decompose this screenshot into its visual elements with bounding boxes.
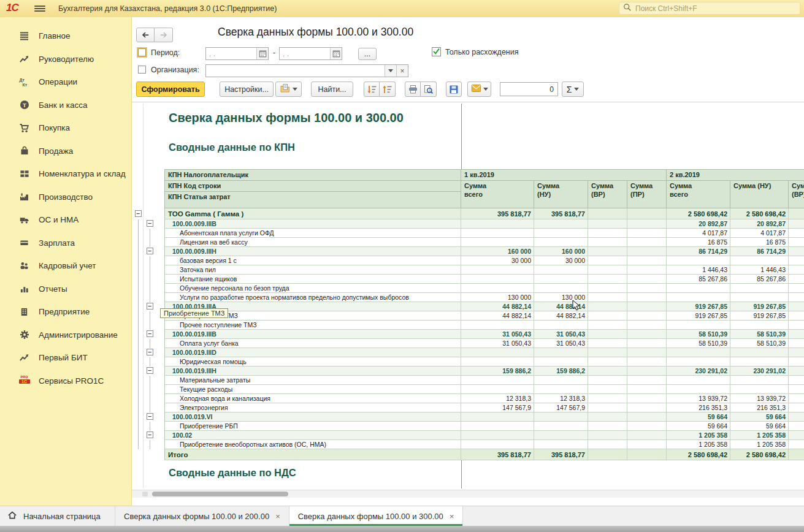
header-measure-4: Сумма (ПР) xyxy=(627,181,667,208)
home-tab[interactable]: Начальная страница xyxy=(0,506,115,526)
table-row[interactable]: Оплата услуг банка31 050,4331 050,4358 5… xyxy=(164,339,804,348)
table-row[interactable]: Абонентская плата услуги ОФД4 017,874 01… xyxy=(164,229,804,238)
table-row[interactable]: Электроэнергия147 567,9147 567,9216 351,… xyxy=(164,403,804,412)
cell-value xyxy=(534,412,588,422)
close-icon[interactable]: × xyxy=(275,512,280,521)
collapse-toggle-icon[interactable]: − xyxy=(147,367,153,374)
forward-button[interactable] xyxy=(155,28,173,42)
table-row[interactable]: −100.00.009.IIIH160 000160 00086 714,298… xyxy=(164,247,804,256)
table-row[interactable]: Испытание ящиков85 267,8685 267,86 xyxy=(164,275,804,284)
table-row[interactable]: Прочее поступление ТМЗ xyxy=(164,321,804,330)
table-row[interactable]: −100.021 205 3581 205 358 xyxy=(164,431,804,440)
collapse-toggle-icon[interactable]: − xyxy=(147,431,153,438)
main-menu-icon[interactable] xyxy=(34,4,45,13)
sidebar-item-10[interactable]: Зарплата xyxy=(0,232,131,255)
sidebar-item-15[interactable]: Первый БИТ xyxy=(0,346,131,370)
collapse-groups-button[interactable] xyxy=(380,82,396,97)
sidebar-item-label: Сервисы PRO1C xyxy=(39,376,104,386)
organization-field[interactable]: × xyxy=(205,64,408,77)
table-row[interactable]: базовая версия 1 с30 00030 000 xyxy=(164,256,804,265)
tree-line xyxy=(150,284,150,293)
cell-value xyxy=(789,284,804,293)
table-row[interactable]: Обучение персонала по безоп труда xyxy=(164,284,804,293)
period-more-button[interactable]: ... xyxy=(358,48,377,60)
collapse-toggle-icon[interactable]: − xyxy=(135,210,142,217)
table-row[interactable]: −100.00.019.VI59 66459 664 xyxy=(164,412,804,422)
table-row[interactable]: −100.00.019.IIIB31 050,4331 050,4358 510… xyxy=(164,330,804,339)
collapse-toggle-icon[interactable]: − xyxy=(147,248,153,254)
sidebar-item-11[interactable]: Кадровый учет xyxy=(0,254,131,278)
table-row[interactable]: Юридическая помощь xyxy=(164,357,804,367)
collapse-toggle-icon[interactable]: − xyxy=(147,220,153,227)
date-from-field[interactable]: . . xyxy=(205,47,269,60)
report-variants-button[interactable] xyxy=(275,82,302,97)
table-row[interactable]: Холодная вода и канализация12 318,312 31… xyxy=(164,394,804,403)
mouse-cursor xyxy=(572,300,583,313)
sidebar-item-8[interactable]: Производство xyxy=(0,186,131,209)
sidebar-item-9[interactable]: ОС и НМА xyxy=(0,208,131,232)
collapse-toggle-icon[interactable]: − xyxy=(147,349,153,355)
expand-groups-button[interactable] xyxy=(364,82,380,97)
sidebar-item-16[interactable]: PRO1ССервисы PRO1C xyxy=(0,370,131,393)
table-row[interactable]: Приобретение внеоборотных активов (ОС, Н… xyxy=(164,440,804,449)
sidebar-item-3[interactable]: ДтКтОперации xyxy=(0,70,131,94)
horizontal-scrollbar[interactable] xyxy=(132,490,804,498)
table-row[interactable]: Приобретение РБП59 66459 664 xyxy=(164,422,804,431)
only-differences-checkbox[interactable] xyxy=(432,47,441,56)
sidebar-item-5[interactable]: Покупка xyxy=(0,116,131,140)
collapse-toggle-icon[interactable]: − xyxy=(147,413,153,420)
table-row[interactable]: −100.00.019.IIIA44 882,1444 882,14919 26… xyxy=(164,302,804,311)
table-row[interactable]: −ТОО Gamma ( Гамма )395 818,77395 818,77… xyxy=(164,208,804,219)
table-row[interactable]: Материальные затраты xyxy=(164,376,804,385)
sidebar-item-2[interactable]: Руководителю xyxy=(0,48,131,71)
print-button[interactable] xyxy=(405,82,421,97)
generate-button[interactable]: Сформировать xyxy=(136,82,205,97)
sidebar-item-6[interactable]: Продажа xyxy=(0,140,131,163)
global-search-input[interactable]: Поиск Ctrl+Shift+F xyxy=(619,2,800,15)
table-row[interactable]: Лицензия на веб кассу16 87516 875 xyxy=(164,238,804,247)
save-button[interactable] xyxy=(446,82,462,97)
sidebar-item-4[interactable]: ТБанк и касса xyxy=(0,94,131,117)
cell-value xyxy=(789,348,804,357)
find-button[interactable]: Найти... xyxy=(311,82,353,97)
calendar-icon[interactable] xyxy=(256,48,268,59)
clear-icon[interactable]: × xyxy=(396,65,408,77)
cell-value xyxy=(588,256,627,265)
sidebar-item-14[interactable]: Администрирование xyxy=(0,324,131,347)
counter-field[interactable]: 0 xyxy=(500,82,558,96)
collapse-toggle-icon[interactable]: − xyxy=(147,303,153,310)
organization-checkbox[interactable] xyxy=(138,66,146,74)
cell-value xyxy=(789,208,804,219)
date-to-field[interactable]: . . xyxy=(279,47,342,60)
cell-value xyxy=(627,440,667,449)
chevron-down-icon[interactable] xyxy=(385,65,396,77)
sum-button[interactable]: Σ xyxy=(562,82,584,97)
tab-1[interactable]: Сверка данных формы 100.00 и 200.00× xyxy=(115,506,289,526)
settings-button[interactable]: Настройки... xyxy=(220,82,274,97)
print-preview-button[interactable] xyxy=(421,82,437,97)
period-checkbox[interactable] xyxy=(138,48,146,56)
back-button[interactable] xyxy=(136,28,155,42)
tab-2[interactable]: Сверка данных формы 100.00 и 300.00× xyxy=(289,506,464,526)
sidebar-item-1[interactable]: Главное xyxy=(0,25,131,48)
scrollbar-step[interactable] xyxy=(142,492,148,496)
close-icon[interactable]: × xyxy=(450,512,454,521)
table-row[interactable]: −100.00.009.IIIB20 892,8720 892,87 xyxy=(164,219,804,229)
collapse-toggle-icon[interactable]: − xyxy=(147,330,153,337)
sidebar-item-12[interactable]: Отчеты xyxy=(0,278,131,301)
table-row[interactable]: −100.00.019.IIID xyxy=(164,348,804,357)
table-row[interactable]: Текущие расходы xyxy=(164,385,804,394)
period-label: Период: xyxy=(151,48,180,57)
sidebar-item-7[interactable]: Номенклатура и склад xyxy=(0,162,131,186)
table-row[interactable]: Итого395 818,77395 818,772 580 698,422 5… xyxy=(164,449,804,460)
table-row[interactable]: Заточка пил1 446,431 446,43 xyxy=(164,265,804,275)
scrollbar-thumb[interactable] xyxy=(152,492,288,496)
calendar-icon[interactable] xyxy=(330,48,342,59)
table-row[interactable]: −100.00.019.IIIH159 886,2159 886,2230 29… xyxy=(164,367,804,376)
cell-value xyxy=(461,229,534,238)
table-row[interactable]: Услуги по разработке проекта нормативов … xyxy=(164,293,804,302)
sidebar-item-13[interactable]: Предприятие xyxy=(0,300,131,324)
send-mail-button[interactable] xyxy=(467,82,491,97)
page-title: Сверка данных формы 100.00 и 300.00 xyxy=(218,26,413,39)
table-row[interactable]: Приобретение ТМЗ44 882,1444 882,14919 26… xyxy=(164,311,804,321)
